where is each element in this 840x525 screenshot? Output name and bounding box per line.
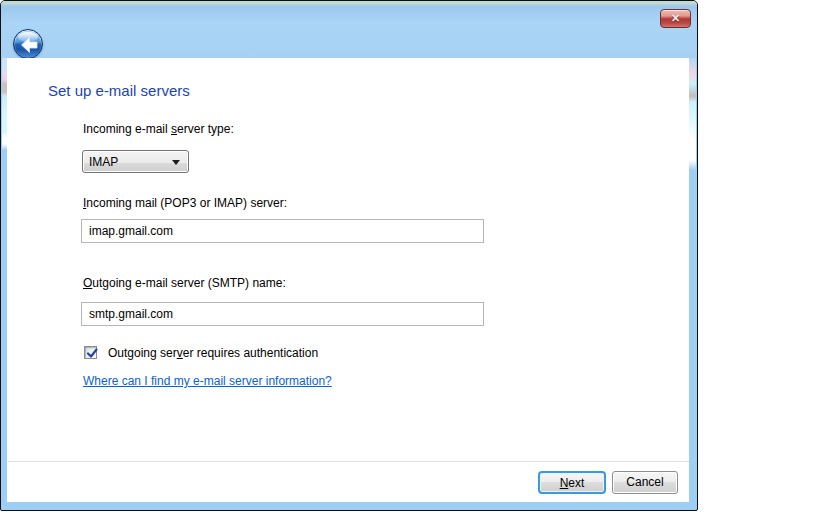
footer-separator — [8, 461, 689, 462]
button-label-rest: ext — [568, 476, 584, 490]
auth-checkbox[interactable] — [84, 346, 97, 359]
checkbox-check-icon — [85, 346, 100, 361]
chevron-down-icon — [172, 160, 180, 165]
close-button[interactable]: ✕ — [660, 9, 691, 28]
auth-checkbox-label[interactable]: Outgoing server requires authentication — [108, 346, 318, 360]
window-titlebar[interactable] — [1, 1, 697, 58]
label-text-pre: Incoming e-mail — [83, 122, 171, 136]
incoming-server-input[interactable] — [81, 219, 484, 243]
next-button[interactable]: Next — [538, 471, 606, 494]
label-text-pre: Outgoing ser — [108, 346, 177, 360]
dropdown-selected-value: IMAP — [89, 155, 118, 169]
label-accel: O — [83, 276, 92, 290]
incoming-type-label: Incoming e-mail server type: — [83, 122, 234, 136]
wizard-content: Set up e-mail servers Incoming e-mail se… — [7, 58, 689, 502]
page-title: Set up e-mail servers — [48, 82, 190, 99]
label-text-post: ncoming mail (POP3 or IMAP) server: — [86, 196, 287, 210]
label-text-post: erver type: — [177, 122, 234, 136]
cancel-button[interactable]: Cancel — [612, 471, 678, 494]
window-frame-right — [688, 58, 696, 502]
back-arrow-icon — [19, 36, 39, 54]
incoming-server-type-dropdown[interactable]: IMAP — [82, 150, 189, 173]
label-text-post: er requires authentication — [183, 346, 318, 360]
wizard-window: ✕ Set up e-mail servers Incoming e-mail … — [0, 0, 698, 511]
label-text-post: utgoing e-mail server (SMTP) name: — [92, 276, 285, 290]
incoming-server-label: Incoming mail (POP3 or IMAP) server: — [83, 196, 287, 210]
server-info-help-link[interactable]: Where can I find my e-mail server inform… — [83, 374, 332, 388]
outgoing-server-input[interactable] — [81, 302, 484, 326]
back-button[interactable] — [13, 29, 43, 59]
close-x-icon: ✕ — [671, 12, 680, 24]
outgoing-server-label: Outgoing e-mail server (SMTP) name: — [83, 276, 286, 290]
